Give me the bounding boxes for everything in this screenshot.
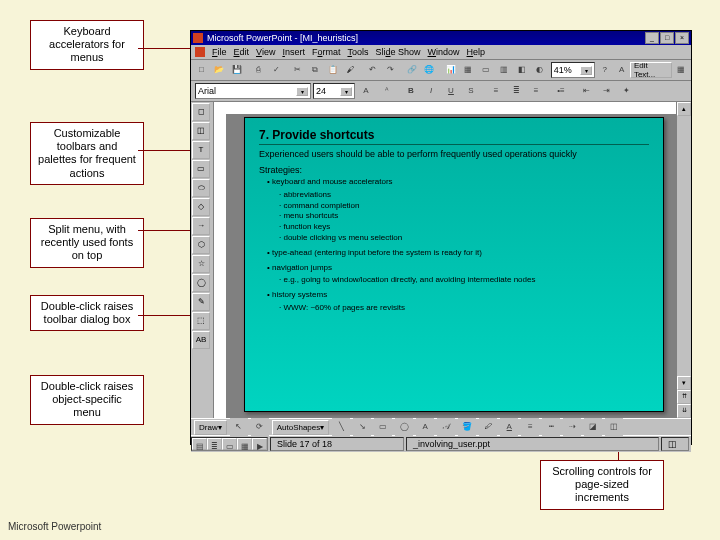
slide[interactable]: 7. Provide shortcuts Experienced users s… xyxy=(244,117,664,412)
title-bar[interactable]: Microsoft PowerPoint - [MI_heuristics] _… xyxy=(191,31,691,45)
minimize-button[interactable]: _ xyxy=(645,32,659,44)
menu-edit[interactable]: Edit xyxy=(234,47,250,57)
menu-bar[interactable]: File Edit View Insert Format Tools Slide… xyxy=(191,45,691,60)
bold-button[interactable]: B xyxy=(402,82,420,100)
line-button[interactable]: ╲ xyxy=(332,418,350,436)
format-painter-button[interactable]: 🖌 xyxy=(342,61,359,79)
paste-button[interactable]: 📋 xyxy=(325,61,342,79)
palette-btn-5[interactable]: ⬭ xyxy=(192,179,210,197)
drawing-toolbar[interactable]: Draw ▾ ↖ ⟳ AutoShapes ▾ ╲ ↘ ▭ ◯ A 𝒜 🪣 🖊 … xyxy=(191,418,691,435)
redo-button[interactable]: ↷ xyxy=(382,61,399,79)
standard-toolbar[interactable]: □ 📂 💾 ⎙ ✓ ✂ ⧉ 📋 🖌 ↶ ↷ 🔗 🌐 📊 ▦ ▭ ▥ ◧ ◐ 41… xyxy=(191,60,691,81)
line-color-button[interactable]: 🖊 xyxy=(479,418,497,436)
view-show-button[interactable]: ▶ xyxy=(252,438,267,450)
font-name-combo[interactable]: Arial▾ xyxy=(195,83,311,99)
shadow-button-draw[interactable]: ◪ xyxy=(584,418,602,436)
palette-btn-11[interactable]: ✎ xyxy=(192,293,210,311)
select-objects-button[interactable]: ↖ xyxy=(230,418,248,436)
scroll-up-button[interactable]: ▴ xyxy=(677,102,691,116)
cut-button[interactable]: ✂ xyxy=(289,61,306,79)
textbox-button[interactable]: A xyxy=(416,418,434,436)
zoom-combo[interactable]: 41%▾ xyxy=(551,62,596,78)
apply-design-button[interactable]: ◧ xyxy=(513,61,530,79)
menu-view[interactable]: View xyxy=(256,47,275,57)
palette-btn-8[interactable]: ⬡ xyxy=(192,236,210,254)
fill-color-button[interactable]: 🪣 xyxy=(458,418,476,436)
line-style-button[interactable]: ≡ xyxy=(521,418,539,436)
save-button[interactable]: 💾 xyxy=(228,61,245,79)
copy-button[interactable]: ⧉ xyxy=(307,61,324,79)
italic-button[interactable]: I xyxy=(422,82,440,100)
font-color-button[interactable]: A xyxy=(500,418,518,436)
palette-btn-4[interactable]: ▭ xyxy=(192,160,210,178)
arrow-button[interactable]: ↘ xyxy=(353,418,371,436)
menu-slideshow[interactable]: Slide Show xyxy=(375,47,420,57)
help-button[interactable]: ? xyxy=(596,61,613,79)
3d-button[interactable]: ◫ xyxy=(605,418,623,436)
formatting-toolbar[interactable]: Arial▾ 24▾ A ᴬ B I U S ≡ ≣ ≡ •≡ ⇤ ⇥ ✦ xyxy=(191,81,691,102)
align-left-button[interactable]: ≡ xyxy=(487,82,505,100)
rotate-button[interactable]: ⟳ xyxy=(251,418,269,436)
new-button[interactable]: □ xyxy=(193,61,210,79)
maximize-button[interactable]: □ xyxy=(660,32,674,44)
oval-button[interactable]: ◯ xyxy=(395,418,413,436)
view-slide-button[interactable]: ▭ xyxy=(222,438,237,450)
underline-button[interactable]: U xyxy=(442,82,460,100)
rectangle-button[interactable]: ▭ xyxy=(374,418,392,436)
menu-format[interactable]: Format xyxy=(312,47,341,57)
align-center-button[interactable]: ≣ xyxy=(507,82,525,100)
palette-btn-7[interactable]: → xyxy=(192,217,210,235)
palette-btn-13[interactable]: AB xyxy=(192,331,210,349)
slide-layout-button[interactable]: ▥ xyxy=(496,61,513,79)
dash-style-button[interactable]: ┅ xyxy=(542,418,560,436)
palette-btn-9[interactable]: ☆ xyxy=(192,255,210,273)
web-toolbar-button[interactable]: 🌐 xyxy=(421,61,438,79)
increase-font-button[interactable]: A xyxy=(357,82,375,100)
shadow-button[interactable]: S xyxy=(462,82,480,100)
insert-table-button[interactable]: ▦ xyxy=(460,61,477,79)
palette-btn-10[interactable]: ◯ xyxy=(192,274,210,292)
next-slide-button[interactable]: ⇊ xyxy=(677,404,691,418)
prev-slide-button[interactable]: ⇈ xyxy=(677,390,691,404)
menu-insert[interactable]: Insert xyxy=(282,47,305,57)
menu-help[interactable]: Help xyxy=(467,47,486,57)
view-normal-button[interactable]: ▤ xyxy=(192,438,207,450)
palette-left[interactable]: ◻ ◫ T ▭ ⬭ ◇ → ⬡ ☆ ◯ ✎ ⬚ AB xyxy=(191,102,214,418)
draw-menu[interactable]: Draw ▾ xyxy=(194,420,227,435)
menu-file[interactable]: File xyxy=(212,47,227,57)
palette-btn-1[interactable]: ◻ xyxy=(192,103,210,121)
print-button[interactable]: ⎙ xyxy=(250,61,267,79)
insert-link-button[interactable]: 🔗 xyxy=(403,61,420,79)
wordart-gallery-button[interactable]: ▦ xyxy=(673,61,689,79)
palette-btn-2[interactable]: ◫ xyxy=(192,122,210,140)
autoshapes-menu[interactable]: AutoShapes ▾ xyxy=(272,420,330,435)
animation-button[interactable]: ✦ xyxy=(617,82,635,100)
promote-button[interactable]: ⇤ xyxy=(577,82,595,100)
font-size-combo[interactable]: 24▾ xyxy=(313,83,355,99)
wordart-edit-button[interactable]: A xyxy=(614,61,629,79)
bullets-button[interactable]: •≡ xyxy=(552,82,570,100)
menu-tools[interactable]: Tools xyxy=(347,47,368,57)
palette-btn-3[interactable]: T xyxy=(192,141,210,159)
wordart-button[interactable]: 𝒜 xyxy=(437,418,455,436)
open-button[interactable]: 📂 xyxy=(211,61,228,79)
align-right-button[interactable]: ≡ xyxy=(527,82,545,100)
palette-btn-12[interactable]: ⬚ xyxy=(192,312,210,330)
menu-window[interactable]: Window xyxy=(428,47,460,57)
decrease-font-button[interactable]: ᴬ xyxy=(377,82,395,100)
palette-btn-6[interactable]: ◇ xyxy=(192,198,210,216)
scroll-down-button[interactable]: ▾ xyxy=(677,376,691,390)
vertical-scrollbar[interactable]: ▴ ▾ ⇈ ⇊ xyxy=(676,102,691,418)
view-sorter-button[interactable]: ▦ xyxy=(237,438,252,450)
undo-button[interactable]: ↶ xyxy=(364,61,381,79)
view-outline-button[interactable]: ≣ xyxy=(207,438,222,450)
demote-button[interactable]: ⇥ xyxy=(597,82,615,100)
spelling-button[interactable]: ✓ xyxy=(268,61,285,79)
edit-text-button[interactable]: Edit Text... xyxy=(630,62,672,78)
new-slide-button[interactable]: ▭ xyxy=(478,61,495,79)
arrow-style-button[interactable]: ⇢ xyxy=(563,418,581,436)
slide-canvas[interactable]: 7. Provide shortcuts Experienced users s… xyxy=(214,102,676,418)
bw-view-button[interactable]: ◐ xyxy=(531,61,548,79)
insert-chart-button[interactable]: 📊 xyxy=(442,61,459,79)
close-button[interactable]: × xyxy=(675,32,689,44)
